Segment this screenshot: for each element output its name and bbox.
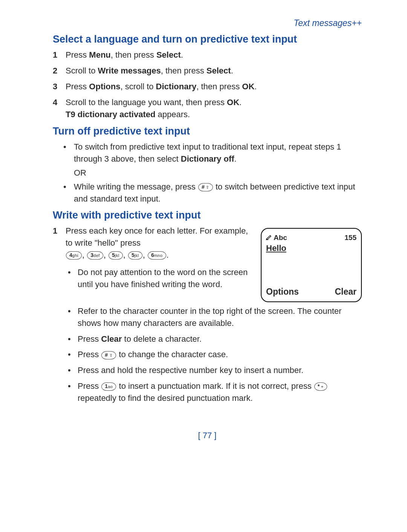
- nested-bullet: Press and hold the respective number key…: [66, 364, 362, 376]
- step-intro: Press each key once for each letter. For…: [66, 226, 248, 248]
- section2-bullets: To switch from predictive text input to …: [53, 141, 362, 165]
- section3-steps: 1 Press each key once for each letter. F…: [53, 225, 362, 408]
- step-text: Press Menu, then press Select.: [66, 49, 183, 61]
- input-mode-label: Abc: [274, 232, 287, 243]
- step-number: 2: [53, 65, 66, 77]
- step-text: Scroll to the language you want, then pr…: [66, 96, 242, 121]
- key-6-icon: 6mno: [148, 251, 166, 260]
- section-heading-2: Turn off predictive text input: [53, 125, 362, 137]
- pencil-icon: [266, 232, 272, 243]
- step-text: Scroll to Write messages, then press Sel…: [66, 65, 233, 77]
- manual-page: Text messages++ Select a language and tu…: [0, 0, 407, 463]
- step-2: 2 Scroll to Write messages, then press S…: [53, 65, 362, 77]
- hash-key-icon: # ⇧: [198, 183, 213, 191]
- key-4-icon: 4ghi: [66, 251, 82, 260]
- char-counter: 155: [344, 232, 357, 243]
- star-key-icon: * +: [314, 382, 327, 391]
- hash-key-icon: # ⇧: [101, 351, 116, 359]
- nested-bullet: Refer to the character counter in the to…: [66, 305, 362, 329]
- step-1: 1 Press Menu, then press Select.: [53, 49, 362, 61]
- key-1-icon: 1ao: [101, 382, 116, 391]
- nested-bullet: Do not pay attention to the word on the …: [66, 266, 254, 290]
- or-separator: OR: [74, 168, 362, 178]
- nested-bullet: Press Clear to delete a character.: [66, 333, 362, 345]
- section-heading-1: Select a language and turn on predictive…: [53, 34, 362, 45]
- section2-bullets-2: While writing the message, press # ⇧ to …: [53, 181, 362, 205]
- step-number: 4: [53, 96, 66, 121]
- key-3-icon: 3def: [87, 251, 103, 260]
- step-body: Press each key once for each letter. For…: [66, 225, 362, 408]
- composed-word: Hello: [266, 242, 357, 254]
- key-5-icon: 5jkl: [109, 251, 123, 260]
- step-text: Press Options, scroll to Dictionary, the…: [66, 81, 257, 93]
- nested-bullet: Press # ⇧ to change the character case.: [66, 349, 362, 361]
- nested-bullet: Press 1ao to insert a punctuation mark. …: [66, 380, 362, 404]
- step-3: 3 Press Options, scroll to Dictionary, t…: [53, 81, 362, 93]
- bullet-item: To switch from predictive text input to …: [53, 141, 362, 165]
- softkey-left: Options: [266, 286, 299, 298]
- step-number: 1: [53, 225, 66, 408]
- section1-steps: 1 Press Menu, then press Select. 2 Scrol…: [53, 49, 362, 120]
- header-breadcrumb: Text messages++: [53, 18, 362, 28]
- bullet-item: While writing the message, press # ⇧ to …: [53, 181, 362, 205]
- section-heading-3: Write with predictive text input: [53, 209, 362, 221]
- page-number: [ 77 ]: [53, 431, 362, 440]
- step-number: 1: [53, 49, 66, 61]
- step-1: 1 Press each key once for each letter. F…: [53, 225, 362, 408]
- softkey-right: Clear: [335, 286, 357, 298]
- key-5-icon: 5jkl: [128, 251, 142, 260]
- step-4: 4 Scroll to the language you want, then …: [53, 96, 362, 121]
- phone-screen-illustration: Abc 155 Hello Options Clear: [261, 228, 362, 302]
- step-number: 3: [53, 81, 66, 93]
